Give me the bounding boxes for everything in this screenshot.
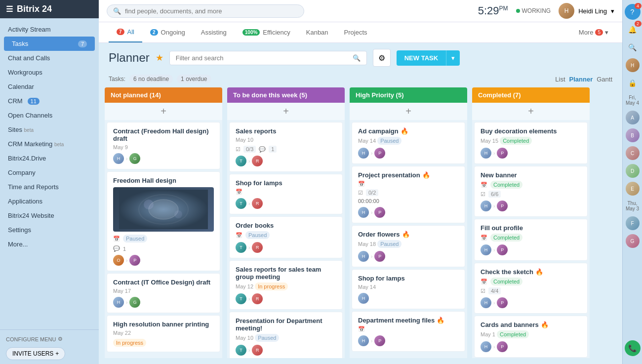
col-header-completed: Completed (7)	[472, 87, 590, 103]
sidebar-item-time-reports[interactable]: Time and Reports	[0, 180, 99, 194]
add-card-to-be-done[interactable]: +	[227, 103, 345, 120]
card-sales-reports[interactable]: Sales reports May 10 ☑ 0/3 💬 1 T › R	[229, 122, 343, 172]
card-shop-lamps-hp[interactable]: Shop for lamps May 14 H	[352, 269, 465, 309]
contact-avatar-2[interactable]: B	[626, 128, 640, 142]
bell-icon[interactable]: 🔔 2	[625, 22, 641, 38]
avatar: T	[236, 242, 246, 253]
sidebar-item-crm[interactable]: CRM 11	[0, 94, 99, 108]
filter-input[interactable]	[176, 54, 349, 62]
topbar: 🔍 5:29PM WORKING H Heidi Ling ▾	[99, 0, 622, 22]
card-title: Cards and banners 🔥	[481, 321, 581, 328]
menu-icon[interactable]: ☰	[6, 4, 13, 14]
sidebar-item-website[interactable]: Bitrix24 Website	[0, 208, 99, 223]
settings-button[interactable]: ⚙	[373, 49, 391, 67]
tab-label: Efficiency	[263, 29, 290, 36]
chevron-down-icon: ▾	[611, 7, 614, 15]
add-card-high-priority[interactable]: +	[350, 103, 467, 120]
card-ad-campaign[interactable]: Ad campaign 🔥 May 14 Paused H › P	[352, 122, 465, 164]
card-check-sketch[interactable]: Check the sketch 🔥 📅 Completed ☑ 4/4 H ›	[474, 263, 588, 314]
sidebar-item-tasks[interactable]: Tasks 7	[4, 37, 95, 51]
card-order-flowers[interactable]: Order flowers 🔥 May 18 Paused H › P	[352, 225, 465, 267]
sidebar-item-drive[interactable]: Bitrix24.Drive	[0, 151, 99, 165]
card-freedom-hall-design[interactable]: Freedom Hall design 📅 Paused 💬 1	[107, 171, 220, 271]
avatar: P	[497, 244, 508, 255]
contact-avatar-6[interactable]: F	[626, 216, 640, 230]
card-contract-it-office[interactable]: Contract (IT Office Design) draft May 17…	[107, 273, 220, 313]
sidebar-item-calendar[interactable]: Calendar	[0, 80, 99, 94]
tab-ongoing[interactable]: 2 Ongoing	[142, 23, 193, 42]
question-icon[interactable]: ? 4	[625, 4, 641, 20]
card-presentation-dept[interactable]: Presentation for Department meeting! May…	[229, 312, 343, 358]
tasks-badge: 7	[78, 40, 87, 47]
phone-button[interactable]: 📞	[625, 340, 641, 356]
tab-more[interactable]: More 5 ▾	[575, 23, 612, 42]
user-info[interactable]: H Heidi Ling ▾	[559, 3, 614, 19]
tab-assisting[interactable]: Assisting	[193, 23, 235, 42]
tab-all[interactable]: 7 All	[109, 22, 142, 42]
avatar: H	[481, 148, 491, 159]
sidebar-item-company[interactable]: Company	[0, 165, 99, 180]
filter-search[interactable]: 🔍	[169, 51, 367, 65]
search-icon[interactable]: 🔍	[625, 40, 641, 55]
card-avatars: H › G	[113, 153, 214, 164]
sidebar-header: ☰ Bitrix 24	[0, 0, 99, 18]
card-sales-reports-meeting[interactable]: Sales reports for sales team group meeti…	[229, 260, 343, 310]
avatar: T	[236, 198, 246, 209]
contact-avatar-5[interactable]: E	[626, 182, 640, 196]
card-project-presentation[interactable]: Project presentation 🔥 📅 ☑ 0/2 00:00:00 …	[352, 166, 465, 223]
status-badge: In progress	[255, 283, 288, 290]
status-badge: Paused	[377, 137, 401, 145]
add-card-not-planned[interactable]: +	[105, 103, 222, 120]
sidebar-item-label: More...	[8, 241, 28, 248]
view-planner[interactable]: Planner	[569, 76, 593, 83]
card-contract-freedom[interactable]: Contract (Freedom Hall design) draft May…	[107, 122, 220, 169]
sidebar-item-settings[interactable]: Settings	[0, 223, 99, 237]
sidebar-item-label: Bitrix24.Drive	[8, 155, 46, 162]
working-dot	[516, 9, 520, 13]
configure-menu[interactable]: CONFIGURE MENU ⚙	[6, 334, 93, 344]
card-avatars: H	[358, 293, 459, 304]
user-icon[interactable]: H	[625, 57, 641, 73]
arrow-icon: ›	[126, 300, 127, 305]
star-icon[interactable]: ★	[156, 52, 163, 63]
card-new-banner[interactable]: New banner 📅 Completed ☑ 6/6 H › P	[474, 166, 588, 217]
card-fill-profile[interactable]: Fill out profile 📅 Completed H › P	[474, 219, 588, 261]
card-cards-banners[interactable]: Cards and banners 🔥 May 1 Completed H › …	[474, 316, 588, 358]
view-list[interactable]: List	[555, 76, 565, 83]
new-task-dropdown-button[interactable]: ▾	[446, 50, 460, 66]
search-icon: 🔍	[113, 7, 121, 15]
contact-avatar-1[interactable]: A	[626, 111, 640, 124]
search-box[interactable]: 🔍	[107, 4, 304, 18]
card-avatars: H › P	[358, 251, 459, 262]
sidebar-item-chat[interactable]: Chat and Calls	[0, 51, 99, 65]
sidebar-item-activity[interactable]: Activity Stream	[0, 22, 99, 37]
card-buy-decoration[interactable]: Buy decoration elements May 15 Completed…	[474, 122, 588, 164]
new-task-button[interactable]: NEW TASK	[397, 50, 446, 66]
card-dept-meeting-files[interactable]: Department meeting files 🔥 📅 H › P	[352, 311, 465, 352]
view-gantt[interactable]: Gantt	[597, 76, 612, 83]
lock-icon[interactable]: 🔒	[625, 75, 641, 91]
sidebar-item-applications[interactable]: Applications	[0, 194, 99, 208]
card-order-books[interactable]: Order books 📅 Paused T › R	[229, 216, 343, 258]
contact-avatar-3[interactable]: C	[626, 146, 640, 160]
search-input[interactable]	[125, 7, 298, 15]
calendar-icon: 📅	[481, 235, 487, 241]
contact-avatar-7[interactable]: G	[626, 234, 640, 248]
sidebar-item-sites[interactable]: Sites beta	[0, 122, 99, 137]
sidebar-item-label: CRM Marketing beta	[8, 140, 64, 148]
avatar: H	[358, 207, 369, 218]
sidebar-item-open-channels[interactable]: Open Channels	[0, 108, 99, 122]
tab-efficiency[interactable]: 100% Efficiency	[235, 23, 298, 42]
card-shop-for-lamps[interactable]: Shop for lamps 📅 T › R	[229, 174, 343, 214]
tab-kanban[interactable]: Kanban	[298, 23, 336, 42]
sidebar-item-crm-marketing[interactable]: CRM Marketing beta	[0, 137, 99, 151]
add-card-completed[interactable]: +	[472, 103, 590, 120]
card-high-res-banner[interactable]: High resolution banner printing May 22 I…	[107, 315, 220, 352]
tab-projects[interactable]: Projects	[336, 23, 375, 42]
sidebar-item-more[interactable]: More...	[0, 237, 99, 251]
sidebar-item-workgroups[interactable]: Workgroups	[0, 65, 99, 80]
contact-avatar-4[interactable]: D	[626, 164, 640, 178]
column-to-be-done: To be done this week (5) + Sales reports…	[227, 87, 345, 358]
comment-icon: 💬	[259, 146, 266, 153]
invite-users-button[interactable]: INVITE USERS +	[6, 347, 65, 360]
